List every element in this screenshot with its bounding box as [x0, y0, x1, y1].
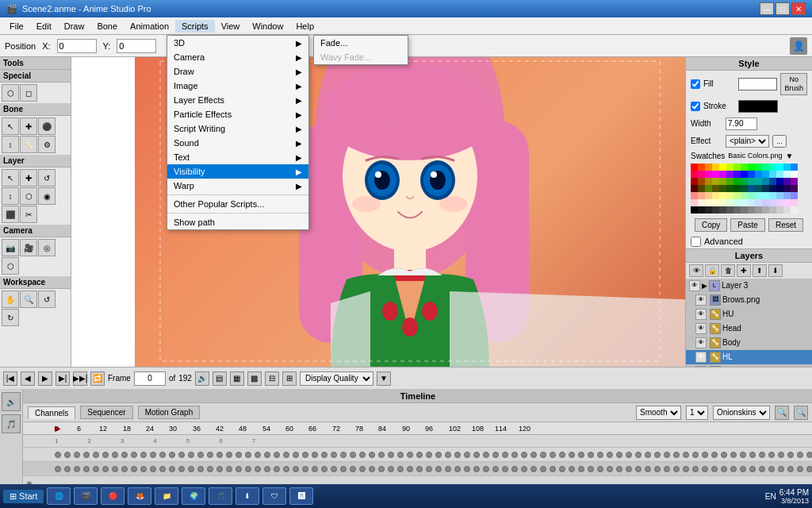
tl-dot[interactable] [102, 466, 109, 472]
tl-dot[interactable] [797, 452, 803, 458]
display-quality-select[interactable]: Display Quality [300, 371, 373, 386]
layers-tool-1[interactable]: 👁 [689, 264, 703, 277]
tl-dot[interactable] [245, 452, 251, 458]
brows-vis[interactable]: 👁 [695, 294, 707, 306]
layer-item-hl[interactable]: 👁 🦴 HL [686, 350, 812, 364]
tool-special-2[interactable]: ◻ [20, 84, 37, 102]
menu-scripts[interactable]: Scripts [175, 20, 215, 33]
tool-ws-1[interactable]: ✋ [2, 291, 19, 308]
tl-dot[interactable] [169, 452, 175, 458]
tl-dot[interactable] [607, 466, 613, 472]
swatch-ffcccc[interactable] [691, 199, 698, 206]
tool-ws-2[interactable]: 🔍 [20, 291, 37, 308]
swatch-88aa00[interactable] [719, 178, 726, 185]
tl-dot[interactable] [283, 452, 289, 458]
swatch-0044ff[interactable] [748, 171, 755, 178]
tl-dot[interactable] [626, 452, 632, 458]
swatch-ffeedd[interactable] [698, 199, 705, 206]
tl-dot[interactable] [216, 466, 223, 472]
swatch-00aa88[interactable] [748, 178, 755, 185]
tl-dot[interactable] [264, 466, 270, 472]
swatch-aa8800[interactable] [705, 178, 712, 185]
tl-dot[interactable] [740, 466, 746, 472]
tl-dot[interactable] [730, 466, 737, 472]
swatch-ff0044[interactable] [691, 171, 698, 178]
tl-dot[interactable] [578, 466, 584, 472]
tl-dot[interactable] [378, 466, 385, 472]
play-start-button[interactable]: |◀ [3, 371, 17, 386]
tl-dot[interactable] [578, 452, 584, 458]
tl-dot[interactable] [749, 466, 756, 472]
tl-dot[interactable] [550, 466, 556, 472]
swatch-111111[interactable] [698, 206, 705, 214]
swatch-44aa00[interactable] [726, 178, 733, 185]
scripts-menu-visibility[interactable]: Visibility▶ [167, 164, 308, 179]
tl-dot[interactable] [540, 452, 546, 458]
tl-dot[interactable] [435, 466, 442, 472]
swatch-ff8888[interactable] [691, 192, 698, 199]
swatch-999999[interactable] [755, 206, 762, 214]
tl-dot[interactable] [359, 452, 366, 458]
menu-help[interactable]: Help [289, 20, 320, 33]
tl-dot[interactable] [369, 452, 375, 458]
swatch-ffee88[interactable] [712, 192, 719, 199]
layer-item-brows[interactable]: 👁 🖼 Brows.png [686, 293, 812, 307]
swatch-aaaa00[interactable] [712, 178, 719, 185]
tl-dot[interactable] [207, 452, 213, 458]
swatch-0088ff[interactable] [755, 171, 762, 178]
tl-dot[interactable] [178, 452, 185, 458]
tl-dot[interactable] [569, 452, 575, 458]
swatch-115500[interactable] [726, 185, 733, 192]
tl-dot[interactable] [131, 466, 137, 472]
tl-dot[interactable] [83, 466, 90, 472]
scripts-menu-camera[interactable]: Camera▶ [167, 50, 308, 64]
tl-dot[interactable] [140, 452, 147, 458]
tl-dot[interactable] [645, 452, 651, 458]
tl-dot[interactable] [749, 452, 756, 458]
tl-dot[interactable] [255, 452, 261, 458]
tl-dot[interactable] [340, 466, 347, 472]
tool-layer-1[interactable]: ↖ [2, 169, 19, 187]
tl-dot[interactable] [416, 466, 423, 472]
tl-dot[interactable] [207, 466, 213, 472]
swatch-00ff44[interactable] [755, 164, 762, 171]
tool-layer-2[interactable]: ✚ [20, 169, 37, 187]
effect-select[interactable]: <plain> [726, 135, 769, 148]
menu-draw[interactable]: Draw [58, 20, 91, 33]
tl-dot[interactable] [530, 452, 537, 458]
tl-dot[interactable] [283, 466, 289, 472]
scripts-menu-show-path[interactable]: Show path [167, 215, 308, 229]
tl-dot[interactable] [64, 452, 71, 458]
tl-dot[interactable] [492, 452, 499, 458]
swatch-222222[interactable] [705, 206, 712, 214]
view-5[interactable]: ⊞ [282, 371, 297, 386]
tool-bone-3[interactable]: ⚫ [38, 117, 56, 135]
tl-dot[interactable] [245, 466, 251, 472]
tl-dot[interactable] [616, 452, 622, 458]
scripts-menu-layer-effects[interactable]: Layer Effects▶ [167, 93, 308, 107]
play-button[interactable]: ▶ [38, 371, 52, 386]
swatch-ffffcc[interactable] [712, 199, 719, 206]
swatch-88aaff[interactable] [783, 192, 791, 199]
taskbar-app4[interactable]: 📁 [155, 487, 178, 505]
play-next-button[interactable]: ▶| [56, 371, 70, 386]
swatch-cceeff[interactable] [748, 199, 755, 206]
tool-camera-3[interactable]: ◎ [38, 239, 56, 256]
tl-dot[interactable] [711, 452, 718, 458]
tl-dot[interactable] [759, 466, 765, 472]
tl-dot[interactable] [159, 466, 166, 472]
head-vis[interactable]: 👁 [695, 323, 707, 334]
tool-layer-3[interactable]: ↺ [38, 169, 56, 187]
swatch-e0ffdd[interactable] [726, 199, 733, 206]
swatch-aa4400[interactable] [698, 178, 705, 185]
scripts-menu-3d[interactable]: 3D▶ [167, 36, 308, 50]
tl-dot[interactable] [787, 466, 794, 472]
tl-dot[interactable] [654, 452, 661, 458]
tl-dot[interactable] [664, 466, 670, 472]
tl-dot[interactable] [616, 466, 622, 472]
swatch-44ddff[interactable] [769, 171, 776, 178]
tl-dot[interactable] [150, 466, 156, 472]
scripts-menu-text[interactable]: Text▶ [167, 150, 308, 164]
tl-dot[interactable] [483, 452, 489, 458]
swatch-666666[interactable] [733, 206, 741, 214]
